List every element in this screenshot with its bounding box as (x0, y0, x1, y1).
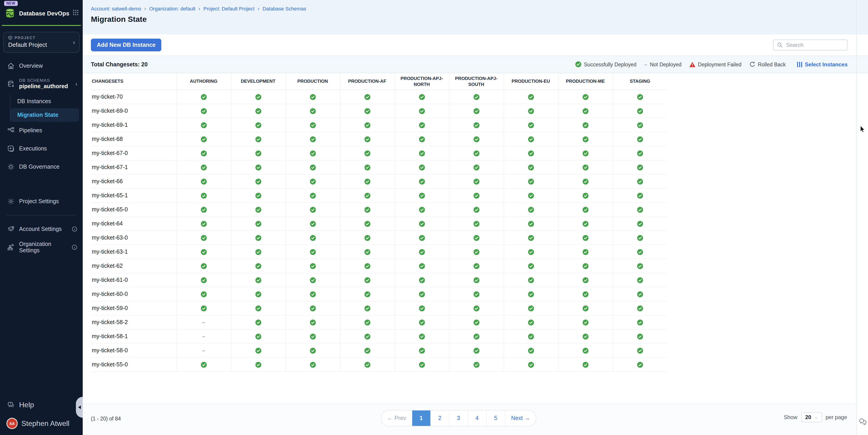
sidebar-item-executions[interactable]: Executions (0, 141, 83, 156)
success-icon (419, 123, 425, 128)
table-row: my-ticket-67-1 (91, 160, 667, 174)
success-icon (637, 278, 643, 283)
table-row: my-ticket-69-0 (91, 104, 667, 118)
success-icon (473, 291, 479, 298)
status-cell (449, 217, 503, 231)
success-icon (200, 136, 207, 143)
prev-page-button[interactable]: ← Prev (381, 410, 412, 426)
sidebar: NEW Database DevOps PROJECT Default Proj… (0, 0, 83, 435)
sidebar-item-pipelines[interactable]: Pipelines (0, 123, 83, 138)
select-instances-button[interactable]: Select Instances (797, 61, 847, 67)
search-input[interactable] (785, 41, 843, 49)
sidebar-item-overview[interactable]: Overview (0, 58, 83, 74)
page-size-select[interactable]: 20 ⌄ (801, 412, 822, 422)
status-cell (340, 217, 395, 231)
breadcrumb-project[interactable]: Project: Default Project (204, 6, 254, 11)
success-icon (637, 123, 643, 128)
info-icon[interactable] (72, 244, 77, 250)
legend-not-deployed: – Not Deployed (644, 62, 681, 67)
status-cell (176, 90, 231, 104)
column-header: AUTHORING (176, 73, 231, 90)
add-db-instance-button[interactable]: Add New DB Instance (91, 39, 161, 51)
status-cell (449, 118, 503, 132)
status-cell (395, 203, 449, 217)
page-button-4[interactable]: 4 (467, 410, 486, 426)
status-cell (395, 343, 449, 358)
pagination-footer: (1 - 20) of 84 ← Prev 12345 Next → Show … (83, 404, 856, 435)
status-cell (558, 259, 613, 273)
user-menu[interactable]: SA Stephen Atwell (0, 413, 83, 432)
status-cell (231, 231, 285, 245)
status-cell (340, 329, 395, 343)
status-cell (449, 174, 503, 188)
success-icon (528, 306, 534, 312)
sidebar-collapse-handle[interactable] (76, 397, 83, 418)
sidebar-item-account-settings[interactable]: Account Settings (0, 221, 83, 237)
table-row: my-ticket-60-0 (91, 287, 667, 301)
sidebar-header: NEW Database DevOps (0, 0, 83, 23)
info-icon[interactable] (72, 226, 77, 231)
success-icon (637, 334, 643, 340)
page-button-3[interactable]: 3 (449, 410, 467, 426)
success-icon (200, 179, 207, 185)
project-selector[interactable]: PROJECT Default Project › (3, 32, 80, 53)
success-icon (419, 165, 425, 171)
status-cell (395, 188, 449, 203)
breadcrumb-organization[interactable]: Organization: default (149, 6, 195, 11)
success-icon (528, 263, 534, 269)
status-cell (613, 188, 667, 203)
next-page-button[interactable]: Next → (505, 410, 536, 426)
success-icon (419, 306, 425, 312)
sidebar-item-label: DB Governance (19, 163, 60, 170)
sidebar-item-db-instances[interactable]: DB Instances (10, 94, 79, 108)
support-chat-icon[interactable] (859, 418, 867, 427)
sidebar-item-help[interactable]: ? Help (0, 397, 83, 413)
status-cell (176, 146, 231, 160)
svg-text:?: ? (9, 403, 11, 405)
success-icon (582, 207, 588, 213)
app-grid-icon[interactable] (72, 9, 79, 17)
sidebar-item-project-settings[interactable]: Project Settings (0, 193, 83, 209)
page-button-1[interactable]: 1 (412, 410, 430, 426)
status-cell (176, 132, 231, 146)
success-icon (364, 94, 370, 100)
success-icon (473, 348, 479, 354)
success-icon (637, 221, 643, 227)
status-legend-bar: Total Changesets: 20 Successfully Deploy… (83, 56, 868, 73)
success-icon (582, 263, 588, 269)
success-icon (310, 320, 316, 326)
sidebar-item-db-schemas[interactable]: DB SCHEMAS pipeline_authored › (0, 74, 83, 94)
status-cell (340, 287, 395, 301)
success-icon (582, 235, 588, 241)
page-button-2[interactable]: 2 (430, 410, 449, 426)
schemas-label: DB SCHEMAS (19, 78, 71, 83)
success-icon (582, 123, 588, 128)
project-label: PROJECT (8, 35, 74, 40)
status-cell (176, 245, 231, 259)
success-icon (582, 136, 588, 143)
sidebar-item-organization-settings[interactable]: Organization Settings (0, 237, 83, 257)
success-icon (364, 123, 370, 128)
status-cell (231, 174, 285, 188)
breadcrumb-database-schemas[interactable]: Database Schemas (262, 6, 306, 11)
page-button-5[interactable]: 5 (486, 410, 505, 426)
status-cell (340, 273, 395, 287)
status-cell (395, 118, 449, 132)
table-row: my-ticket-62 (91, 259, 667, 273)
status-cell (449, 273, 503, 287)
sidebar-item-db-governance[interactable]: DB Governance (0, 159, 83, 174)
legend-rolled-back: Rolled Back (749, 61, 786, 67)
toolbar: Add New DB Instance (83, 35, 868, 56)
sidebar-item-migration-state[interactable]: Migration State (10, 108, 79, 122)
success-icon (637, 165, 643, 171)
status-cell (340, 146, 395, 160)
search-box[interactable] (773, 39, 847, 51)
brand-divider (2, 25, 81, 26)
breadcrumb-account[interactable]: Account: satwell-demo (91, 6, 141, 11)
status-cell (285, 287, 340, 301)
app-title: Database DevOps (19, 10, 69, 17)
success-icon (255, 207, 261, 213)
status-cell (340, 160, 395, 174)
success-icon (582, 278, 588, 283)
status-cell (613, 358, 667, 372)
